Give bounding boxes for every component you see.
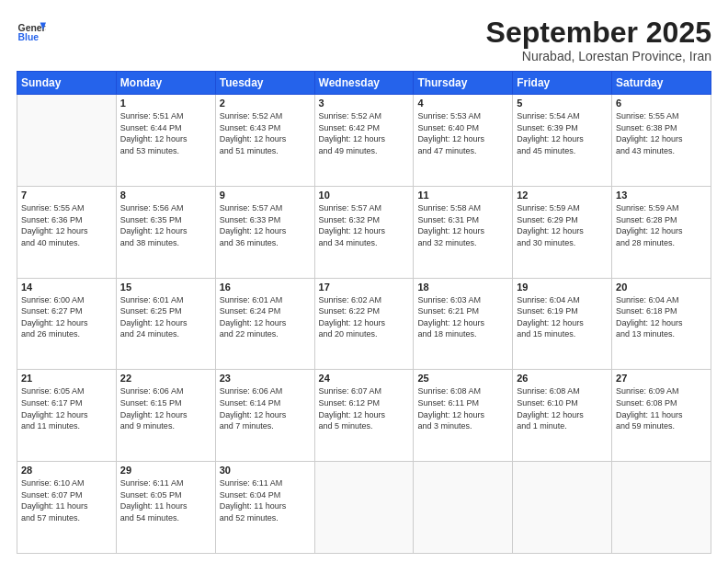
weekday-row: SundayMondayTuesdayWednesdayThursdayFrid… <box>17 72 711 95</box>
month-title: September 2025 <box>486 17 711 49</box>
calendar-day-cell: 18Sunrise: 6:03 AM Sunset: 6:21 PM Dayli… <box>414 278 513 370</box>
calendar-body: 1Sunrise: 5:51 AM Sunset: 6:44 PM Daylig… <box>17 95 711 554</box>
day-number: 23 <box>220 373 311 384</box>
day-number: 29 <box>120 465 211 476</box>
day-number: 25 <box>417 373 508 384</box>
calendar-week-row: 14Sunrise: 6:00 AM Sunset: 6:27 PM Dayli… <box>17 278 711 370</box>
day-number: 2 <box>220 98 311 109</box>
day-info: Sunrise: 6:03 AM Sunset: 6:21 PM Dayligh… <box>417 294 508 340</box>
calendar-day-cell: 28Sunrise: 6:10 AM Sunset: 6:07 PM Dayli… <box>17 462 117 554</box>
day-number: 28 <box>21 465 112 476</box>
day-info: Sunrise: 6:02 AM Sunset: 6:22 PM Dayligh… <box>319 294 410 340</box>
calendar-day-cell: 30Sunrise: 6:11 AM Sunset: 6:04 PM Dayli… <box>215 462 314 554</box>
calendar-day-cell: 4Sunrise: 5:53 AM Sunset: 6:40 PM Daylig… <box>414 95 513 187</box>
day-info: Sunrise: 5:56 AM Sunset: 6:35 PM Dayligh… <box>120 202 211 248</box>
calendar-day-cell: 1Sunrise: 5:51 AM Sunset: 6:44 PM Daylig… <box>116 95 215 187</box>
day-info: Sunrise: 5:52 AM Sunset: 6:42 PM Dayligh… <box>319 110 410 156</box>
day-info: Sunrise: 6:09 AM Sunset: 6:08 PM Dayligh… <box>616 385 707 431</box>
day-number: 11 <box>417 190 508 201</box>
calendar-day-cell: 9Sunrise: 5:57 AM Sunset: 6:33 PM Daylig… <box>215 186 314 278</box>
day-info: Sunrise: 6:01 AM Sunset: 6:25 PM Dayligh… <box>120 294 211 340</box>
weekday-header: Sunday <box>17 72 117 95</box>
calendar-day-cell: 20Sunrise: 6:04 AM Sunset: 6:18 PM Dayli… <box>612 278 711 370</box>
calendar-day-cell: 21Sunrise: 6:05 AM Sunset: 6:17 PM Dayli… <box>17 370 117 462</box>
weekday-header: Thursday <box>414 72 513 95</box>
calendar-day-cell: 15Sunrise: 6:01 AM Sunset: 6:25 PM Dayli… <box>116 278 215 370</box>
day-number: 18 <box>417 282 508 293</box>
day-info: Sunrise: 6:11 AM Sunset: 6:04 PM Dayligh… <box>220 477 311 523</box>
day-info: Sunrise: 6:11 AM Sunset: 6:05 PM Dayligh… <box>120 477 211 523</box>
calendar-day-cell: 23Sunrise: 6:06 AM Sunset: 6:14 PM Dayli… <box>215 370 314 462</box>
day-number: 20 <box>616 282 707 293</box>
calendar-day-cell: 12Sunrise: 5:59 AM Sunset: 6:29 PM Dayli… <box>513 186 612 278</box>
weekday-header: Tuesday <box>215 72 314 95</box>
day-number: 9 <box>220 190 311 201</box>
calendar-week-row: 21Sunrise: 6:05 AM Sunset: 6:17 PM Dayli… <box>17 370 711 462</box>
day-info: Sunrise: 6:04 AM Sunset: 6:18 PM Dayligh… <box>616 294 707 340</box>
day-info: Sunrise: 5:53 AM Sunset: 6:40 PM Dayligh… <box>417 110 508 156</box>
day-number: 5 <box>517 98 608 109</box>
day-info: Sunrise: 5:59 AM Sunset: 6:28 PM Dayligh… <box>616 202 707 248</box>
calendar-day-cell: 8Sunrise: 5:56 AM Sunset: 6:35 PM Daylig… <box>116 186 215 278</box>
calendar-day-cell <box>513 462 612 554</box>
day-number: 6 <box>616 98 707 109</box>
day-info: Sunrise: 6:01 AM Sunset: 6:24 PM Dayligh… <box>220 294 311 340</box>
day-number: 3 <box>319 98 410 109</box>
calendar-week-row: 1Sunrise: 5:51 AM Sunset: 6:44 PM Daylig… <box>17 95 711 187</box>
calendar-day-cell: 25Sunrise: 6:08 AM Sunset: 6:11 PM Dayli… <box>414 370 513 462</box>
calendar-day-cell: 16Sunrise: 6:01 AM Sunset: 6:24 PM Dayli… <box>215 278 314 370</box>
weekday-header: Wednesday <box>314 72 414 95</box>
day-info: Sunrise: 6:05 AM Sunset: 6:17 PM Dayligh… <box>21 385 112 431</box>
day-number: 22 <box>120 373 211 384</box>
day-info: Sunrise: 6:07 AM Sunset: 6:12 PM Dayligh… <box>319 385 410 431</box>
day-info: Sunrise: 5:59 AM Sunset: 6:29 PM Dayligh… <box>517 202 608 248</box>
calendar-day-cell: 14Sunrise: 6:00 AM Sunset: 6:27 PM Dayli… <box>17 278 117 370</box>
logo-icon: General Blue <box>17 17 46 46</box>
calendar-day-cell <box>414 462 513 554</box>
day-number: 8 <box>120 190 211 201</box>
day-number: 1 <box>120 98 211 109</box>
calendar-day-cell: 24Sunrise: 6:07 AM Sunset: 6:12 PM Dayli… <box>314 370 414 462</box>
svg-text:Blue: Blue <box>18 32 40 42</box>
calendar-day-cell <box>314 462 414 554</box>
day-number: 19 <box>517 282 608 293</box>
calendar-day-cell: 27Sunrise: 6:09 AM Sunset: 6:08 PM Dayli… <box>612 370 711 462</box>
day-number: 27 <box>616 373 707 384</box>
calendar-day-cell: 11Sunrise: 5:58 AM Sunset: 6:31 PM Dayli… <box>414 186 513 278</box>
calendar-day-cell: 10Sunrise: 5:57 AM Sunset: 6:32 PM Dayli… <box>314 186 414 278</box>
weekday-header: Monday <box>116 72 215 95</box>
day-info: Sunrise: 5:51 AM Sunset: 6:44 PM Dayligh… <box>120 110 211 156</box>
day-number: 13 <box>616 190 707 201</box>
calendar-week-row: 7Sunrise: 5:55 AM Sunset: 6:36 PM Daylig… <box>17 186 711 278</box>
calendar-day-cell: 19Sunrise: 6:04 AM Sunset: 6:19 PM Dayli… <box>513 278 612 370</box>
calendar-week-row: 28Sunrise: 6:10 AM Sunset: 6:07 PM Dayli… <box>17 462 711 554</box>
day-info: Sunrise: 5:57 AM Sunset: 6:32 PM Dayligh… <box>319 202 410 248</box>
calendar-day-cell: 22Sunrise: 6:06 AM Sunset: 6:15 PM Dayli… <box>116 370 215 462</box>
day-number: 12 <box>517 190 608 201</box>
calendar-header: SundayMondayTuesdayWednesdayThursdayFrid… <box>17 72 711 95</box>
calendar-day-cell: 6Sunrise: 5:55 AM Sunset: 6:38 PM Daylig… <box>612 95 711 187</box>
day-info: Sunrise: 6:10 AM Sunset: 6:07 PM Dayligh… <box>21 477 112 523</box>
day-number: 21 <box>21 373 112 384</box>
day-number: 7 <box>21 190 112 201</box>
day-number: 16 <box>220 282 311 293</box>
calendar-day-cell: 5Sunrise: 5:54 AM Sunset: 6:39 PM Daylig… <box>513 95 612 187</box>
title-area: September 2025 Nurabad, Lorestan Provinc… <box>486 17 711 63</box>
calendar-table: SundayMondayTuesdayWednesdayThursdayFrid… <box>17 71 711 554</box>
weekday-header: Friday <box>513 72 612 95</box>
calendar-day-cell: 13Sunrise: 5:59 AM Sunset: 6:28 PM Dayli… <box>612 186 711 278</box>
location-subtitle: Nurabad, Lorestan Province, Iran <box>486 49 711 63</box>
day-number: 26 <box>517 373 608 384</box>
weekday-header: Saturday <box>612 72 711 95</box>
day-info: Sunrise: 6:06 AM Sunset: 6:14 PM Dayligh… <box>220 385 311 431</box>
day-info: Sunrise: 6:04 AM Sunset: 6:19 PM Dayligh… <box>517 294 608 340</box>
calendar-day-cell: 17Sunrise: 6:02 AM Sunset: 6:22 PM Dayli… <box>314 278 414 370</box>
day-info: Sunrise: 5:52 AM Sunset: 6:43 PM Dayligh… <box>220 110 311 156</box>
day-info: Sunrise: 6:08 AM Sunset: 6:10 PM Dayligh… <box>517 385 608 431</box>
day-info: Sunrise: 5:55 AM Sunset: 6:38 PM Dayligh… <box>616 110 707 156</box>
day-number: 4 <box>417 98 508 109</box>
day-info: Sunrise: 5:54 AM Sunset: 6:39 PM Dayligh… <box>517 110 608 156</box>
day-number: 15 <box>120 282 211 293</box>
logo: General Blue <box>17 17 46 46</box>
day-number: 14 <box>21 282 112 293</box>
